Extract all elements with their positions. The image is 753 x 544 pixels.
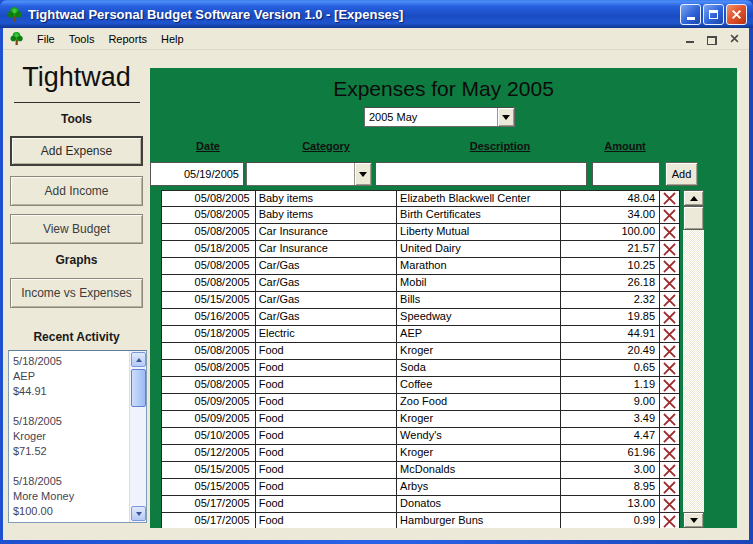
recent-activity-entry: 5/18/2005 Kroger $71.52	[13, 414, 142, 459]
tree-icon	[6, 6, 23, 23]
menubar: FileToolsReportsHelp	[3, 28, 749, 50]
delete-row-button[interactable]	[660, 479, 679, 495]
delete-x-icon	[663, 328, 676, 341]
cell-category: Food	[256, 377, 397, 393]
menu-item[interactable]: Help	[154, 30, 191, 48]
delete-x-icon	[663, 396, 676, 409]
menu-item[interactable]: Tools	[62, 30, 102, 48]
cell-date: 05/09/2005	[162, 411, 256, 427]
recent-scrollbar[interactable]	[129, 351, 146, 522]
entry-amount-input[interactable]	[592, 162, 660, 186]
column-header-category: Category	[302, 140, 350, 152]
dropdown-button[interactable]	[354, 163, 371, 185]
scroll-up-button[interactable]	[683, 190, 704, 206]
menu-item[interactable]: Reports	[101, 30, 154, 48]
delete-row-button[interactable]	[660, 207, 679, 223]
titlebar[interactable]: Tightwad Personal Budget Software Versio…	[0, 0, 753, 28]
divider	[14, 102, 140, 103]
cell-amount: 2.32	[561, 292, 660, 308]
cell-description: Speedway	[397, 309, 561, 325]
delete-row-button[interactable]	[660, 411, 679, 427]
delete-x-icon	[663, 447, 676, 460]
delete-x-icon	[663, 498, 676, 511]
table-scrollbar[interactable]	[683, 190, 704, 528]
delete-row-button[interactable]	[660, 326, 679, 342]
cell-amount: 8.95	[561, 479, 660, 495]
cell-category: Food	[256, 445, 397, 461]
delete-row-button[interactable]	[660, 241, 679, 257]
cell-description: Arbys	[397, 479, 561, 495]
delete-row-button[interactable]	[660, 309, 679, 325]
table-row: 05/08/2005 Baby items Elizabeth Blackwel…	[161, 190, 680, 207]
close-icon	[731, 9, 742, 20]
scroll-thumb[interactable]	[131, 369, 146, 407]
recent-activity-entry: 5/18/2005 More Money $100.00	[13, 474, 142, 519]
table-row: 05/15/2005 Car/Gas Bills 2.32	[161, 292, 680, 309]
recent-activity-listbox[interactable]: 5/18/2005 AEP $44.91 5/18/2005 Kroger $7…	[8, 350, 147, 523]
cell-date: 05/12/2005	[162, 445, 256, 461]
delete-row-button[interactable]	[660, 394, 679, 410]
scroll-down-button[interactable]	[131, 506, 146, 521]
delete-row-button[interactable]	[660, 343, 679, 359]
delete-row-button[interactable]	[660, 191, 679, 206]
recent-entry-name: AEP	[13, 369, 142, 384]
table-row: 05/17/2005 Food Hamburger Buns 0.99	[161, 513, 680, 528]
cell-category: Food	[256, 343, 397, 359]
mdi-close-button[interactable]	[727, 32, 741, 45]
recent-entry-amount: $44.91	[13, 384, 142, 399]
scroll-up-button[interactable]	[131, 352, 146, 367]
recent-entry-amount: $100.00	[13, 504, 142, 519]
month-selector[interactable]: 2005 May	[364, 107, 515, 127]
graphs-section-label: Graphs	[3, 253, 150, 267]
table-row: 05/15/2005 Food Arbys 8.95	[161, 479, 680, 496]
delete-row-button[interactable]	[660, 496, 679, 512]
delete-row-button[interactable]	[660, 513, 679, 528]
cell-category: Car/Gas	[256, 275, 397, 291]
entry-category-select[interactable]	[246, 162, 372, 186]
mdi-close-icon	[730, 34, 739, 43]
sidebar-button-income-vs-expenses[interactable]: Income vs Expenses	[10, 278, 143, 308]
table-row: 05/18/2005 Car Insurance United Dairy 21…	[161, 241, 680, 258]
delete-x-icon	[663, 464, 676, 477]
maximize-button[interactable]	[703, 4, 724, 25]
sidebar-button-add-expense[interactable]: Add Expense	[10, 136, 143, 166]
mdi-restore-button[interactable]	[705, 32, 719, 45]
cell-date: 05/08/2005	[162, 224, 256, 240]
delete-x-icon	[663, 481, 676, 494]
cell-amount: 44.91	[561, 326, 660, 342]
recent-entry-amount: $71.52	[13, 444, 142, 459]
table-row: 05/09/2005 Food Zoo Food 9.00	[161, 394, 680, 411]
delete-row-button[interactable]	[660, 292, 679, 308]
mdi-minimize-button[interactable]	[683, 32, 697, 45]
delete-row-button[interactable]	[660, 377, 679, 393]
cell-category: Food	[256, 394, 397, 410]
scroll-thumb[interactable]	[683, 206, 704, 230]
delete-row-button[interactable]	[660, 224, 679, 240]
delete-row-button[interactable]	[660, 445, 679, 461]
cell-amount: 21.57	[561, 241, 660, 257]
entry-description-input[interactable]	[375, 162, 587, 186]
arrow-down-icon	[690, 518, 698, 523]
delete-row-button[interactable]	[660, 275, 679, 291]
menu-item[interactable]: File	[30, 30, 62, 48]
table-row: 05/16/2005 Car/Gas Speedway 19.85	[161, 309, 680, 326]
scroll-down-button[interactable]	[683, 512, 704, 528]
table-row: 05/12/2005 Food Kroger 61.96	[161, 445, 680, 462]
close-button[interactable]	[726, 4, 747, 25]
cell-description: McDonalds	[397, 462, 561, 478]
delete-row-button[interactable]	[660, 258, 679, 274]
sidebar-button-add-income[interactable]: Add Income	[10, 176, 143, 206]
add-button[interactable]: Add	[665, 162, 698, 186]
cell-date: 05/18/2005	[162, 326, 256, 342]
cell-amount: 3.00	[561, 462, 660, 478]
dropdown-button[interactable]	[497, 108, 514, 126]
cell-category: Food	[256, 479, 397, 495]
minimize-button[interactable]	[680, 4, 701, 25]
sidebar-button-view-budget[interactable]: View Budget	[10, 214, 143, 244]
delete-row-button[interactable]	[660, 360, 679, 376]
delete-row-button[interactable]	[660, 428, 679, 444]
delete-row-button[interactable]	[660, 462, 679, 478]
column-header-description: Description	[470, 140, 531, 152]
entry-date-input[interactable]	[150, 162, 244, 186]
cell-date: 05/08/2005	[162, 360, 256, 376]
